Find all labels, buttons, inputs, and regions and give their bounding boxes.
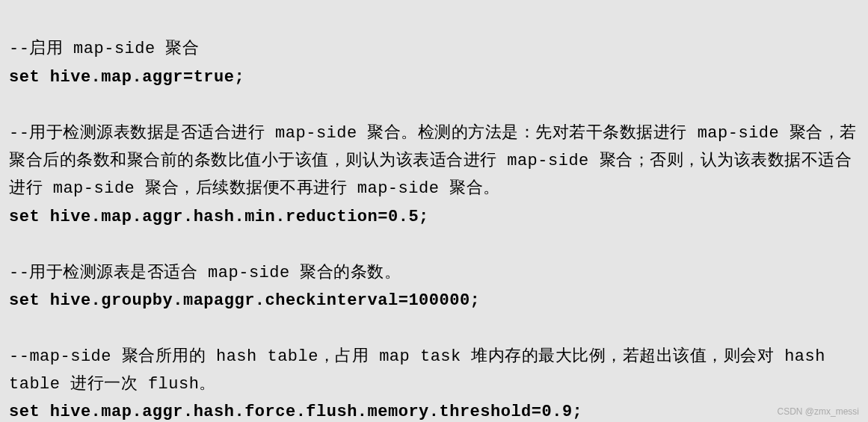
comment-line: --用于检测源表是否适合 map-side 聚合的条数。: [9, 264, 401, 282]
watermark: CSDN @zmx_messi: [777, 404, 859, 419]
setting-line: set hive.map.aggr=true;: [9, 68, 244, 87]
code-block: --启用 map-side 聚合 set hive.map.aggr=true;…: [9, 7, 859, 422]
setting-line: set hive.map.aggr.hash.min.reduction=0.5…: [9, 208, 429, 226]
setting-line: set hive.map.aggr.hash.force.flush.memor…: [9, 403, 582, 421]
comment-line: --用于检测源表数据是否适合进行 map-side 聚合。检测的方法是：先对若干…: [9, 124, 857, 199]
comment-line: --启用 map-side 聚合: [9, 40, 199, 58]
setting-line: set hive.groupby.mapaggr.checkinterval=1…: [9, 291, 480, 310]
comment-line: --map-side 聚合所用的 hash table，占用 map task …: [9, 347, 836, 394]
